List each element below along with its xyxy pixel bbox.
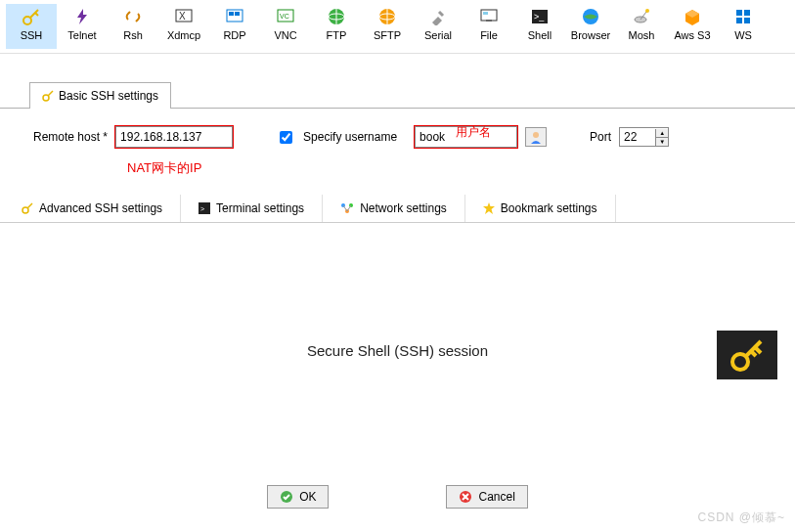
subtab-bookmark[interactable]: Bookmark settings bbox=[465, 195, 616, 222]
svg-rect-8 bbox=[235, 12, 240, 16]
svg-point-0 bbox=[23, 17, 31, 24]
toolbar-browser[interactable]: Browser bbox=[565, 4, 616, 49]
toolbar-ftp[interactable]: FTP bbox=[311, 4, 362, 49]
key-icon bbox=[42, 90, 54, 102]
port-label: Port bbox=[590, 130, 611, 144]
toolbar-ssh[interactable]: SSH bbox=[6, 4, 57, 49]
svg-text:X: X bbox=[179, 11, 186, 22]
cancel-button[interactable]: Cancel bbox=[446, 485, 527, 509]
session-main-area: Secure Shell (SSH) session bbox=[0, 223, 795, 477]
key-large-icon bbox=[728, 335, 767, 375]
toolbar-rdp[interactable]: RDP bbox=[209, 4, 260, 49]
terminal-icon: > bbox=[199, 202, 210, 214]
toolbar-file[interactable]: File bbox=[464, 4, 514, 49]
toolbar-label: WS bbox=[734, 29, 752, 41]
svg-rect-7 bbox=[229, 12, 234, 16]
toolbar-label: Serial bbox=[424, 29, 452, 41]
toolbar-ws[interactable]: WS bbox=[718, 4, 769, 49]
svg-line-37 bbox=[27, 203, 32, 208]
svg-text:>: > bbox=[200, 205, 204, 212]
port-spinner[interactable]: ▲▼ bbox=[619, 127, 669, 147]
toolbar-shell[interactable]: >_ Shell bbox=[514, 4, 565, 49]
port-up[interactable]: ▲ bbox=[656, 129, 668, 138]
svg-line-34 bbox=[48, 91, 53, 96]
toolbar-label: Mosh bbox=[629, 29, 655, 41]
toolbar-vnc[interactable]: VC VNC bbox=[260, 4, 311, 49]
svg-rect-29 bbox=[736, 10, 742, 16]
browse-user-button[interactable] bbox=[525, 127, 547, 147]
ok-label: OK bbox=[299, 490, 316, 504]
ssh-basic-form: Remote host * Specify username 用户名 Port … bbox=[0, 109, 795, 165]
toolbar-serial[interactable]: Serial bbox=[413, 4, 464, 49]
svg-line-43 bbox=[343, 205, 347, 211]
screen-icon bbox=[478, 6, 500, 27]
toolbar-label: Aws S3 bbox=[674, 29, 710, 41]
port-down[interactable]: ▼ bbox=[656, 138, 668, 146]
toolbar-mosh[interactable]: Mosh bbox=[616, 4, 667, 49]
basic-ssh-tab[interactable]: Basic SSH settings bbox=[29, 82, 171, 109]
plug-icon bbox=[427, 6, 449, 27]
toolbar-label: File bbox=[480, 29, 498, 41]
subtab-network[interactable]: Network settings bbox=[323, 195, 465, 222]
svg-marker-45 bbox=[483, 202, 495, 214]
toolbar-telnet[interactable]: Telnet bbox=[57, 4, 108, 49]
subtab-label: Network settings bbox=[360, 201, 447, 215]
port-input[interactable] bbox=[620, 128, 655, 146]
toolbar-label: Xdmcp bbox=[167, 29, 200, 41]
win-icon bbox=[732, 6, 754, 27]
specify-username-checkbox[interactable] bbox=[280, 131, 292, 144]
toolbar-label: SFTP bbox=[374, 29, 401, 41]
terminal-icon: >_ bbox=[529, 6, 551, 27]
session-badge bbox=[717, 331, 777, 379]
session-title: Secure Shell (SSH) session bbox=[307, 342, 488, 359]
svg-line-2 bbox=[35, 13, 38, 16]
session-type-toolbar: SSH Telnet Rsh X Xdmcp RDP VC VNC FTP SF… bbox=[0, 0, 795, 54]
subtab-advanced-ssh[interactable]: Advanced SSH settings bbox=[4, 195, 181, 222]
key-icon bbox=[22, 202, 33, 214]
svg-line-49 bbox=[751, 351, 756, 356]
toolbar-awss3[interactable]: Aws S3 bbox=[667, 4, 718, 49]
vnc-icon: VC bbox=[275, 6, 296, 27]
toolbar-rsh[interactable]: Rsh bbox=[108, 4, 158, 49]
key-icon bbox=[21, 6, 42, 27]
username-annotation: 用户名 bbox=[456, 124, 491, 141]
svg-text:VC: VC bbox=[280, 13, 289, 20]
svg-rect-32 bbox=[744, 18, 750, 23]
subtab-label: Bookmark settings bbox=[501, 201, 597, 215]
svg-rect-31 bbox=[736, 18, 742, 23]
basic-tab-label: Basic SSH settings bbox=[59, 89, 158, 103]
link-icon bbox=[122, 6, 144, 27]
ok-button[interactable]: OK bbox=[267, 485, 329, 509]
x-icon bbox=[459, 490, 472, 504]
globe-orange-icon bbox=[376, 6, 398, 27]
toolbar-label: SSH bbox=[21, 29, 43, 41]
toolbar-label: Browser bbox=[571, 29, 610, 41]
dialog-buttons: OK Cancel bbox=[0, 477, 795, 522]
toolbar-label: RDP bbox=[223, 29, 245, 41]
svg-rect-30 bbox=[744, 10, 750, 16]
dish-icon bbox=[631, 6, 652, 27]
globe-blue-icon bbox=[580, 6, 601, 27]
cancel-label: Cancel bbox=[478, 490, 514, 504]
toolbar-label: Telnet bbox=[67, 29, 96, 41]
toolbar-label: FTP bbox=[327, 29, 347, 41]
check-icon bbox=[280, 490, 293, 504]
toolbar-label: Rsh bbox=[123, 29, 143, 41]
toolbar-xdmcp[interactable]: X Xdmcp bbox=[158, 4, 209, 49]
bolt-icon bbox=[71, 6, 93, 27]
toolbar-sftp[interactable]: SFTP bbox=[362, 4, 413, 49]
rdp-icon bbox=[224, 6, 245, 27]
svg-rect-19 bbox=[483, 12, 488, 15]
settings-subtabs: Advanced SSH settings > Terminal setting… bbox=[0, 195, 795, 223]
svg-line-44 bbox=[347, 205, 351, 211]
subtab-terminal[interactable]: > Terminal settings bbox=[181, 195, 323, 222]
svg-line-48 bbox=[755, 347, 761, 353]
svg-rect-18 bbox=[481, 10, 497, 21]
watermark: CSDN @倾慕~ bbox=[697, 510, 785, 526]
xdm-icon: X bbox=[173, 6, 195, 27]
basic-tab-row: Basic SSH settings bbox=[0, 81, 795, 109]
globe-green-icon bbox=[326, 6, 347, 27]
svg-marker-3 bbox=[77, 9, 87, 24]
cube-icon bbox=[682, 6, 703, 27]
remote-host-input[interactable] bbox=[115, 126, 233, 148]
